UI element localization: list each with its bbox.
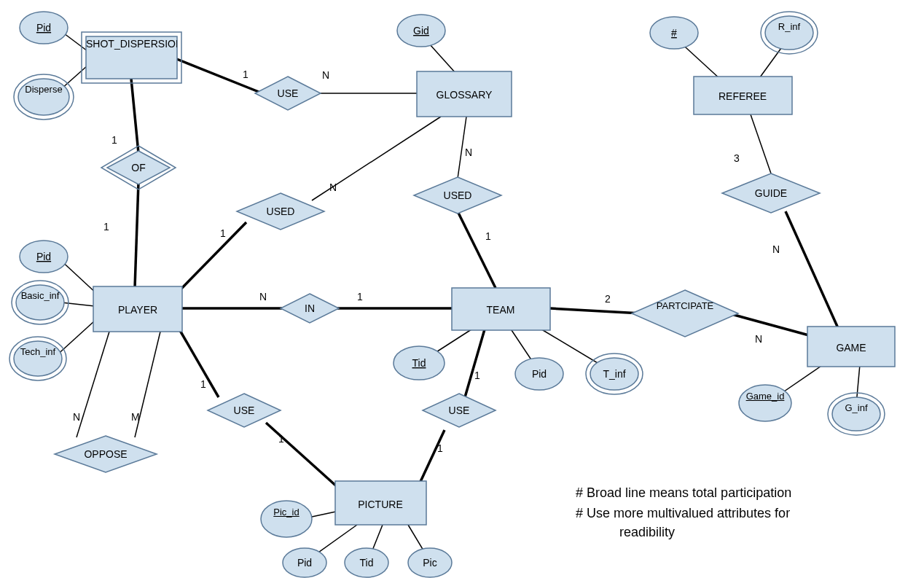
attr-pic-tid: Tid [345, 548, 388, 577]
card-pl-use-pic: 1 [200, 378, 206, 390]
svg-text:USED: USED [267, 206, 295, 217]
card-ref-guide: 3 [734, 152, 740, 164]
entity-referee: REFEREE [694, 77, 792, 114]
rel-use-pl-pic: USE [208, 394, 281, 427]
card-tm-use-pic: 1 [474, 370, 480, 381]
svg-line-6 [135, 182, 138, 288]
svg-text:PLAYER: PLAYER [118, 304, 157, 316]
svg-text:Pic: Pic [423, 557, 436, 569]
svg-text:Pid: Pid [36, 251, 51, 262]
attr-pl-pid: Pid [20, 241, 68, 273]
svg-text:GUIDE: GUIDE [755, 187, 787, 199]
attr-gm-id: Game_id [739, 385, 791, 421]
svg-text:USED: USED [444, 190, 472, 201]
rel-oppose: OPPOSE [55, 436, 157, 472]
svg-line-24 [786, 211, 838, 328]
card-tm-part: 2 [605, 293, 611, 305]
entity-player: PLAYER [93, 286, 182, 332]
svg-text:Tid: Tid [360, 557, 374, 569]
svg-line-20 [729, 313, 809, 335]
rel-use-tm-pic: USE [423, 394, 496, 427]
svg-text:Tid: Tid [412, 357, 426, 369]
svg-line-13 [458, 211, 496, 288]
card-tm-in: 1 [357, 291, 363, 302]
card-gl-use: N [322, 69, 329, 81]
attr-tm-tid: Tid [394, 346, 445, 380]
card-pl-in: N [259, 291, 267, 302]
attr-sd-disperse: Disperse [14, 74, 74, 120]
svg-text:USE: USE [449, 405, 470, 416]
svg-line-32 [419, 430, 445, 485]
entity-game: GAME [807, 327, 895, 367]
entity-glossary: GLOSSARY [417, 71, 512, 117]
card-pic-use-pl: 1 [278, 433, 284, 445]
rel-used-gl-tm: USED [414, 177, 501, 214]
card-pl-of: 1 [103, 221, 109, 233]
svg-text:USE: USE [278, 87, 299, 99]
attr-pic-pic: Pic [408, 548, 452, 577]
attr-tm-tinf: T_inf [586, 354, 643, 394]
rel-of: OF [101, 146, 176, 190]
svg-text:Pid: Pid [532, 368, 547, 380]
svg-text:OF: OF [131, 162, 145, 173]
rel-in: IN [281, 294, 339, 323]
svg-text:Pid: Pid [297, 557, 312, 569]
attr-sd-pid: Pid [20, 12, 68, 44]
er-diagram: 1 N 1 1 1 N N 1 N 1 N M 1 1 1 1 2 N 3 N … [0, 0, 924, 578]
card-oppose-m: M [131, 411, 140, 423]
svg-line-19 [550, 308, 641, 313]
attr-gm-ginf: G_inf [828, 393, 885, 435]
svg-text:OPPOSE: OPPOSE [84, 448, 127, 460]
attr-gl-gid: Gid [397, 15, 445, 47]
card-sd-of: 1 [111, 134, 117, 146]
entity-team: TEAM [452, 288, 550, 330]
attr-pic-pid: Pid [283, 548, 326, 577]
attr-tm-pid: Pid [515, 358, 563, 390]
svg-text:GLOSSARY: GLOSSARY [436, 89, 493, 101]
card-pic-use-tm: 1 [437, 442, 443, 454]
card-gl-used2: N [465, 147, 472, 158]
card-oppose-n: N [73, 411, 80, 423]
card-gl-used1: N [329, 181, 337, 193]
card-sd-use: 1 [243, 69, 248, 80]
note-line3: readibility [619, 525, 675, 539]
svg-text:PICTURE: PICTURE [358, 499, 402, 510]
note-line1: # Broad line means total participation [576, 485, 791, 500]
svg-line-27 [77, 332, 109, 437]
svg-line-10 [179, 222, 246, 292]
entity-picture: PICTURE [335, 481, 426, 525]
card-gm-part: N [755, 333, 762, 345]
attr-pic-id: Pic_id [261, 501, 312, 537]
svg-text:TEAM: TEAM [487, 304, 515, 316]
rel-use-sd-gl: USE [255, 77, 321, 110]
svg-text:T_inf: T_inf [603, 368, 625, 380]
attr-pl-tech-inf: Tech_inf [9, 337, 66, 380]
rel-used-pl-gl: USED [237, 193, 324, 230]
entity-shot-dispersion: SHOT_DISPERSION [82, 32, 181, 83]
attr-ref-rinf: R_inf [761, 12, 818, 54]
attr-ref-num: # [650, 17, 698, 49]
card-pl-used: 1 [220, 227, 226, 239]
svg-text:IN: IN [305, 302, 315, 314]
card-tm-used: 1 [485, 230, 491, 242]
svg-line-29 [179, 328, 219, 397]
svg-line-23 [751, 114, 771, 173]
svg-text:GAME: GAME [836, 342, 866, 354]
svg-text:USE: USE [234, 405, 255, 416]
attr-pl-basic-inf: Basic_inf [12, 281, 68, 324]
rel-guide: GUIDE [722, 173, 820, 213]
svg-text:Pid: Pid [36, 22, 51, 34]
svg-text:#: # [671, 27, 677, 39]
svg-line-5 [131, 79, 138, 153]
rel-participate: PARTCIPATE [632, 290, 738, 337]
svg-line-2 [175, 58, 262, 93]
svg-text:REFEREE: REFEREE [719, 90, 767, 102]
card-gm-guide: N [772, 243, 780, 255]
svg-text:Gid: Gid [413, 25, 429, 36]
note-line2: # Use more multivalued attributes for [576, 506, 790, 520]
svg-line-31 [465, 329, 485, 397]
svg-line-30 [266, 423, 339, 488]
